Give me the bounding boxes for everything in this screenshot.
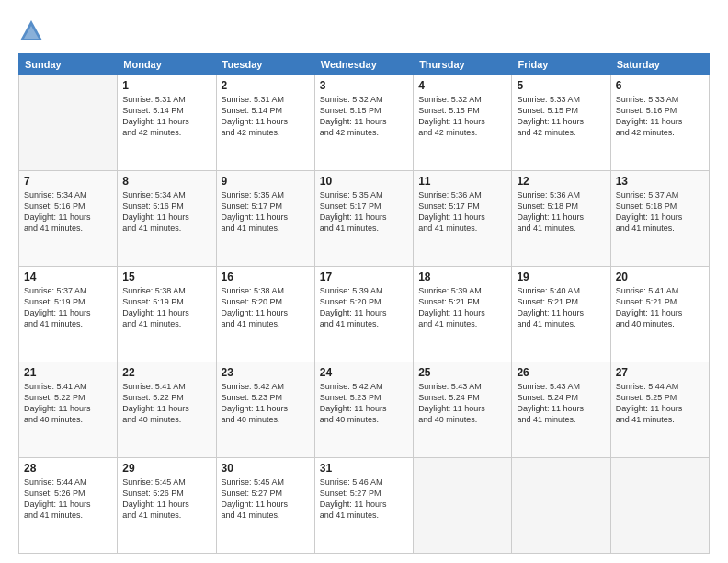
header-cell-wednesday: Wednesday — [314, 54, 413, 75]
day-cell: 18Sunrise: 5:39 AM Sunset: 5:21 PM Dayli… — [414, 267, 512, 362]
day-number: 18 — [418, 270, 506, 283]
logo — [18, 18, 48, 44]
day-cell: 9Sunrise: 5:35 AM Sunset: 5:17 PM Daylig… — [216, 171, 314, 267]
day-info: Sunrise: 5:31 AM Sunset: 5:14 PM Dayligh… — [222, 94, 310, 139]
day-info: Sunrise: 5:45 AM Sunset: 5:27 PM Dayligh… — [222, 477, 310, 522]
day-number: 25 — [418, 366, 506, 379]
day-info: Sunrise: 5:34 AM Sunset: 5:16 PM Dayligh… — [122, 190, 210, 235]
day-cell: 3Sunrise: 5:32 AM Sunset: 5:15 PM Daylig… — [314, 75, 413, 171]
day-cell — [610, 458, 709, 554]
day-number: 20 — [616, 270, 704, 283]
day-number: 11 — [418, 175, 506, 188]
day-number: 3 — [320, 79, 408, 92]
day-number: 23 — [222, 366, 310, 379]
week-row-3: 14Sunrise: 5:37 AM Sunset: 5:19 PM Dayli… — [19, 267, 710, 362]
header-cell-friday: Friday — [512, 54, 610, 75]
day-cell: 30Sunrise: 5:45 AM Sunset: 5:27 PM Dayli… — [216, 458, 314, 554]
day-info: Sunrise: 5:36 AM Sunset: 5:18 PM Dayligh… — [517, 190, 605, 235]
day-number: 6 — [616, 79, 704, 92]
week-row-4: 21Sunrise: 5:41 AM Sunset: 5:22 PM Dayli… — [19, 362, 710, 458]
day-info: Sunrise: 5:41 AM Sunset: 5:22 PM Dayligh… — [122, 381, 210, 426]
day-number: 22 — [122, 366, 210, 379]
day-number: 14 — [24, 270, 112, 283]
day-number: 27 — [616, 366, 704, 379]
header-cell-tuesday: Tuesday — [216, 54, 314, 75]
day-number: 12 — [517, 175, 605, 188]
day-info: Sunrise: 5:41 AM Sunset: 5:22 PM Dayligh… — [24, 381, 112, 426]
day-cell: 10Sunrise: 5:35 AM Sunset: 5:17 PM Dayli… — [314, 171, 413, 267]
day-number: 19 — [517, 270, 605, 283]
day-cell: 4Sunrise: 5:32 AM Sunset: 5:15 PM Daylig… — [414, 75, 512, 171]
day-info: Sunrise: 5:33 AM Sunset: 5:15 PM Dayligh… — [517, 94, 605, 139]
header-cell-monday: Monday — [118, 54, 216, 75]
day-info: Sunrise: 5:45 AM Sunset: 5:26 PM Dayligh… — [122, 477, 210, 522]
day-info: Sunrise: 5:35 AM Sunset: 5:17 PM Dayligh… — [222, 190, 310, 235]
day-number: 21 — [24, 366, 112, 379]
day-number: 8 — [122, 175, 210, 188]
header-row: SundayMondayTuesdayWednesdayThursdayFrid… — [19, 54, 710, 75]
day-cell: 22Sunrise: 5:41 AM Sunset: 5:22 PM Dayli… — [118, 362, 216, 458]
day-number: 7 — [24, 175, 112, 188]
day-number: 15 — [122, 270, 210, 283]
day-number: 24 — [320, 366, 408, 379]
day-info: Sunrise: 5:46 AM Sunset: 5:27 PM Dayligh… — [320, 477, 408, 522]
day-cell — [512, 458, 610, 554]
header-cell-saturday: Saturday — [610, 54, 709, 75]
day-cell: 11Sunrise: 5:36 AM Sunset: 5:17 PM Dayli… — [414, 171, 512, 267]
day-info: Sunrise: 5:33 AM Sunset: 5:16 PM Dayligh… — [616, 94, 704, 139]
day-cell: 26Sunrise: 5:43 AM Sunset: 5:24 PM Dayli… — [512, 362, 610, 458]
day-number: 10 — [320, 175, 408, 188]
day-cell: 19Sunrise: 5:40 AM Sunset: 5:21 PM Dayli… — [512, 267, 610, 362]
day-info: Sunrise: 5:36 AM Sunset: 5:17 PM Dayligh… — [418, 190, 506, 235]
header — [18, 18, 710, 44]
day-info: Sunrise: 5:44 AM Sunset: 5:25 PM Dayligh… — [616, 381, 704, 426]
day-info: Sunrise: 5:32 AM Sunset: 5:15 PM Dayligh… — [320, 94, 408, 139]
day-cell: 25Sunrise: 5:43 AM Sunset: 5:24 PM Dayli… — [414, 362, 512, 458]
day-number: 30 — [222, 462, 310, 475]
day-info: Sunrise: 5:31 AM Sunset: 5:14 PM Dayligh… — [122, 94, 210, 139]
day-cell: 28Sunrise: 5:44 AM Sunset: 5:26 PM Dayli… — [19, 458, 118, 554]
day-number: 1 — [122, 79, 210, 92]
day-number: 2 — [222, 79, 310, 92]
day-number: 13 — [616, 175, 704, 188]
day-cell: 5Sunrise: 5:33 AM Sunset: 5:15 PM Daylig… — [512, 75, 610, 171]
day-number: 16 — [222, 270, 310, 283]
week-row-1: 1Sunrise: 5:31 AM Sunset: 5:14 PM Daylig… — [19, 75, 710, 171]
day-cell — [414, 458, 512, 554]
day-cell: 27Sunrise: 5:44 AM Sunset: 5:25 PM Dayli… — [610, 362, 709, 458]
day-number: 31 — [320, 462, 408, 475]
day-cell: 6Sunrise: 5:33 AM Sunset: 5:16 PM Daylig… — [610, 75, 709, 171]
header-cell-thursday: Thursday — [414, 54, 512, 75]
day-info: Sunrise: 5:40 AM Sunset: 5:21 PM Dayligh… — [517, 285, 605, 330]
day-info: Sunrise: 5:35 AM Sunset: 5:17 PM Dayligh… — [320, 190, 408, 235]
day-info: Sunrise: 5:32 AM Sunset: 5:15 PM Dayligh… — [418, 94, 506, 139]
header-cell-sunday: Sunday — [19, 54, 118, 75]
day-cell: 1Sunrise: 5:31 AM Sunset: 5:14 PM Daylig… — [118, 75, 216, 171]
day-number: 4 — [418, 79, 506, 92]
day-info: Sunrise: 5:38 AM Sunset: 5:19 PM Dayligh… — [122, 285, 210, 330]
day-cell: 16Sunrise: 5:38 AM Sunset: 5:20 PM Dayli… — [216, 267, 314, 362]
day-cell: 2Sunrise: 5:31 AM Sunset: 5:14 PM Daylig… — [216, 75, 314, 171]
day-cell: 31Sunrise: 5:46 AM Sunset: 5:27 PM Dayli… — [314, 458, 413, 554]
logo-icon — [18, 18, 44, 44]
day-info: Sunrise: 5:39 AM Sunset: 5:20 PM Dayligh… — [320, 285, 408, 330]
day-info: Sunrise: 5:44 AM Sunset: 5:26 PM Dayligh… — [24, 477, 112, 522]
day-cell: 12Sunrise: 5:36 AM Sunset: 5:18 PM Dayli… — [512, 171, 610, 267]
day-number: 28 — [24, 462, 112, 475]
day-number: 9 — [222, 175, 310, 188]
calendar-table: SundayMondayTuesdayWednesdayThursdayFrid… — [18, 53, 710, 554]
day-number: 5 — [517, 79, 605, 92]
day-info: Sunrise: 5:39 AM Sunset: 5:21 PM Dayligh… — [418, 285, 506, 330]
day-cell: 7Sunrise: 5:34 AM Sunset: 5:16 PM Daylig… — [19, 171, 118, 267]
day-info: Sunrise: 5:42 AM Sunset: 5:23 PM Dayligh… — [222, 381, 310, 426]
day-cell: 21Sunrise: 5:41 AM Sunset: 5:22 PM Dayli… — [19, 362, 118, 458]
week-row-2: 7Sunrise: 5:34 AM Sunset: 5:16 PM Daylig… — [19, 171, 710, 267]
day-cell: 15Sunrise: 5:38 AM Sunset: 5:19 PM Dayli… — [118, 267, 216, 362]
day-cell: 17Sunrise: 5:39 AM Sunset: 5:20 PM Dayli… — [314, 267, 413, 362]
day-info: Sunrise: 5:34 AM Sunset: 5:16 PM Dayligh… — [24, 190, 112, 235]
week-row-5: 28Sunrise: 5:44 AM Sunset: 5:26 PM Dayli… — [19, 458, 710, 554]
day-cell: 13Sunrise: 5:37 AM Sunset: 5:18 PM Dayli… — [610, 171, 709, 267]
day-cell: 8Sunrise: 5:34 AM Sunset: 5:16 PM Daylig… — [118, 171, 216, 267]
day-info: Sunrise: 5:38 AM Sunset: 5:20 PM Dayligh… — [222, 285, 310, 330]
day-cell: 24Sunrise: 5:42 AM Sunset: 5:23 PM Dayli… — [314, 362, 413, 458]
